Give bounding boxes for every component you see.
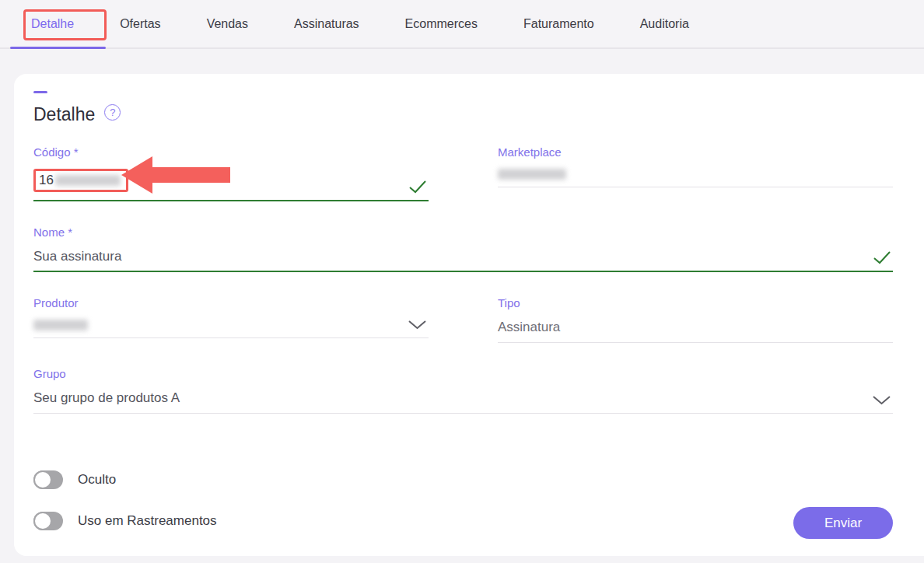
nome-value: Sua assinatura [33, 249, 121, 264]
chevron-down-icon[interactable] [872, 395, 891, 405]
page-title: Detalhe [33, 104, 95, 125]
marketplace-field: Marketplace [498, 145, 893, 201]
section-accent-dash [33, 91, 47, 93]
tab-faturamento[interactable]: Faturamento [523, 17, 594, 31]
valid-check-icon [873, 250, 891, 264]
chevron-down-icon[interactable] [408, 320, 427, 330]
rastreamentos-toggle-label: Uso em Rastreamentos [78, 513, 217, 529]
enviar-button[interactable]: Enviar [793, 507, 893, 539]
rastreamentos-toggle[interactable] [33, 512, 63, 530]
oculto-toggle-row: Oculto [33, 470, 893, 489]
produtor-select[interactable] [33, 320, 429, 338]
codigo-field: Código * 16 [33, 145, 429, 201]
tipo-value: Assinatura [498, 320, 893, 343]
detail-form: Código * 16 Marketplace [33, 145, 893, 438]
codigo-input[interactable]: 16 [33, 169, 429, 201]
tipo-value-text: Assinatura [498, 320, 560, 335]
detail-card: Detalhe ? Código * 16 Marketplace [14, 74, 924, 556]
codigo-redacted-value [55, 175, 121, 186]
help-icon[interactable]: ? [104, 104, 121, 121]
grupo-select[interactable]: Seu grupo de produtos A [33, 390, 893, 414]
tab-assinaturas[interactable]: Assinaturas [294, 17, 359, 31]
annotation-arrow-icon [121, 155, 230, 195]
tab-vendas[interactable]: Vendas [207, 17, 248, 31]
valid-check-icon [408, 180, 427, 194]
form-footer: Enviar [793, 507, 893, 539]
nome-field: Nome * Sua assinatura [33, 226, 893, 272]
tab-bar: Detalhe Ofertas Vendas Assinaturas Ecomm… [0, 0, 924, 49]
codigo-label: Código * [33, 145, 429, 159]
tipo-field: Tipo Assinatura [498, 296, 893, 343]
oculto-toggle-label: Oculto [78, 472, 116, 488]
tab-ofertas[interactable]: Ofertas [120, 17, 160, 31]
grupo-label: Grupo [33, 367, 893, 380]
toggle-knob [33, 512, 52, 530]
codigo-value: 16 [39, 173, 54, 188]
tab-detalhe[interactable]: Detalhe [31, 17, 74, 31]
tab-auditoria[interactable]: Auditoria [640, 17, 689, 31]
tab-ecommerces[interactable]: Ecommerces [405, 17, 478, 31]
grupo-value: Seu grupo de produtos A [33, 390, 180, 406]
nome-input[interactable]: Sua assinatura [33, 249, 893, 272]
oculto-toggle[interactable] [33, 470, 63, 489]
grupo-field: Grupo Seu grupo de produtos A [33, 367, 893, 414]
marketplace-redacted-value [498, 169, 566, 180]
marketplace-value [498, 169, 893, 187]
toggle-group: Oculto Uso em Rastreamentos [33, 470, 893, 530]
annotation-highlight-box-codigo: 16 [33, 169, 128, 192]
rastreamentos-toggle-row: Uso em Rastreamentos [33, 512, 893, 530]
produtor-label: Produtor [33, 296, 429, 309]
produtor-redacted-value [33, 320, 88, 330]
produtor-field: Produtor [33, 296, 429, 343]
toggle-knob [33, 470, 52, 489]
nome-label: Nome * [33, 226, 893, 239]
tipo-label: Tipo [498, 296, 893, 309]
marketplace-label: Marketplace [498, 145, 893, 159]
active-tab-indicator [10, 47, 106, 49]
